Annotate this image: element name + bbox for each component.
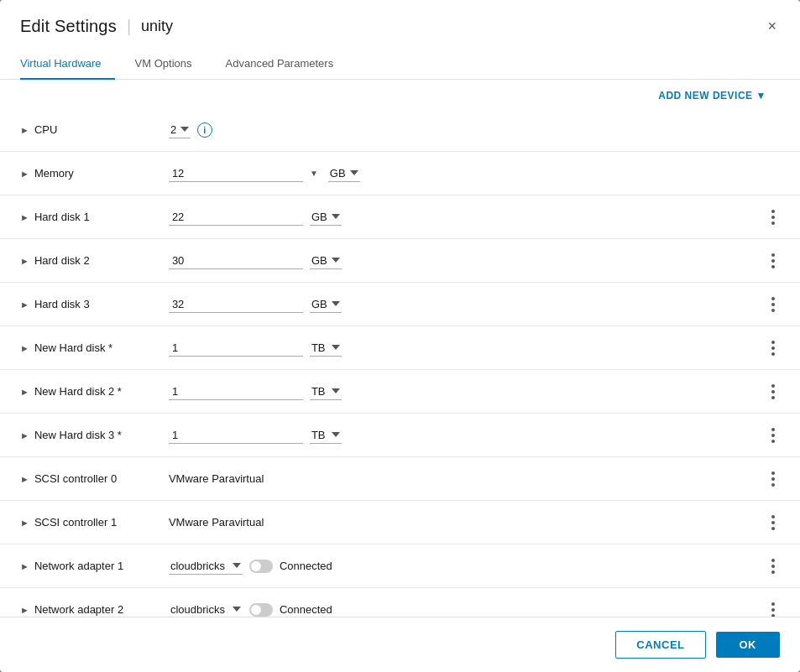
tab-advanced-parameters[interactable]: Advanced Parameters	[226, 49, 348, 80]
dot	[771, 559, 775, 562]
table-row: ► Hard disk 3 MB GB TB	[0, 283, 800, 326]
tab-vm-options[interactable]: VM Options	[135, 49, 206, 80]
dot	[771, 390, 775, 393]
new-hard-disk-2-menu-button[interactable]	[766, 381, 780, 403]
hard-disk-2-unit-select[interactable]: MB GB TB	[310, 253, 342, 269]
dot	[771, 253, 775, 257]
scsi-controller-0-menu-button[interactable]	[766, 468, 780, 490]
new-hard-disk-1-menu-button[interactable]	[766, 337, 780, 359]
new-hard-disk-3-menu-button[interactable]	[766, 425, 780, 446]
expand-icon[interactable]: ►	[20, 561, 29, 571]
dot	[771, 297, 775, 300]
table-row: ► Hard disk 2 MB GB TB	[0, 239, 800, 283]
dot	[771, 341, 775, 344]
add-new-device-button[interactable]: ADD NEW DEVICE ▼	[658, 90, 766, 102]
hard-disk-1-menu-button[interactable]	[766, 206, 780, 228]
memory-unit-select[interactable]: MB GB	[328, 165, 360, 182]
hard-disk-2-menu-button[interactable]	[766, 250, 780, 272]
hard-disk-1-input[interactable]	[169, 209, 303, 226]
network-adapter-1-connected-toggle[interactable]	[249, 560, 273, 573]
expand-icon[interactable]: ►	[20, 605, 29, 615]
ok-button[interactable]: OK	[716, 632, 781, 658]
row-label: SCSI controller 0	[34, 472, 169, 485]
dot	[771, 483, 775, 487]
dot	[771, 210, 775, 213]
tabs-bar: Virtual Hardware VM Options Advanced Par…	[0, 49, 800, 80]
row-value-area: MB GB TB	[169, 383, 766, 400]
new-hard-disk-3-unit-select[interactable]: MB GB TB	[310, 427, 342, 444]
row-label: Hard disk 1	[34, 211, 169, 223]
network-adapter-2-menu-button[interactable]	[766, 599, 780, 617]
row-value-area: MB GB TB	[169, 427, 766, 444]
hard-disk-3-input[interactable]	[169, 296, 303, 313]
info-icon[interactable]: i	[197, 122, 212, 138]
new-hard-disk-1-input[interactable]	[169, 340, 303, 357]
table-row: ► CPU 1 2 4 8 i	[0, 108, 800, 152]
dot	[771, 440, 775, 443]
table-row: ► Network adapter 2 cloudbricks Connecte…	[0, 588, 800, 617]
scsi-controller-0-value: VMware Paravirtual	[169, 472, 264, 485]
row-value-area: cloudbricks Connected	[169, 602, 766, 617]
new-hard-disk-3-input[interactable]	[169, 427, 303, 444]
expand-icon[interactable]: ►	[20, 212, 29, 222]
expand-icon[interactable]: ►	[20, 169, 29, 179]
dot	[771, 265, 775, 268]
hard-disk-2-input[interactable]	[169, 253, 303, 269]
expand-icon[interactable]: ►	[20, 474, 29, 484]
expand-icon[interactable]: ►	[20, 387, 29, 397]
row-label: New Hard disk 3 *	[34, 429, 169, 441]
row-value-area: cloudbricks Connected	[169, 558, 766, 575]
dialog-divider: |	[127, 17, 131, 36]
network-adapter-2-select[interactable]: cloudbricks	[169, 602, 243, 617]
row-label: New Hard disk 2 *	[34, 385, 169, 398]
memory-input[interactable]	[169, 165, 303, 182]
dot	[771, 221, 775, 225]
network-adapter-2-connected-toggle[interactable]	[249, 603, 273, 617]
dialog-subtitle: unity	[141, 18, 173, 35]
dot	[771, 565, 775, 568]
scsi-controller-1-menu-button[interactable]	[766, 512, 780, 534]
row-value-area: VMware Paravirtual	[169, 472, 766, 485]
expand-icon[interactable]: ►	[20, 125, 29, 135]
expand-icon[interactable]: ►	[20, 430, 29, 440]
network-adapter-1-select[interactable]: cloudbricks	[169, 558, 243, 575]
dialog-header: Edit Settings | unity ×	[0, 0, 800, 49]
table-row: ► New Hard disk 2 * MB GB TB	[0, 370, 800, 414]
hard-disk-3-menu-button[interactable]	[766, 294, 780, 315]
dot	[771, 527, 775, 530]
row-value-area: MB GB TB	[169, 253, 766, 269]
hard-disk-3-unit-select[interactable]: MB GB TB	[310, 296, 342, 313]
row-value-area: ▼ MB GB	[169, 165, 780, 182]
table-row: ► Network adapter 1 cloudbricks Connecte…	[0, 544, 800, 588]
table-row: ► SCSI controller 1 VMware Paravirtual	[0, 501, 800, 544]
hardware-table: ► CPU 1 2 4 8 i ► Memory ▼	[0, 108, 800, 617]
dot	[771, 477, 775, 481]
expand-icon[interactable]: ►	[20, 300, 29, 310]
dialog-footer: CANCEL OK	[0, 617, 800, 672]
row-value-area: 1 2 4 8 i	[169, 122, 780, 138]
expand-icon[interactable]: ►	[20, 518, 29, 528]
dot	[771, 521, 775, 524]
new-hard-disk-2-unit-select[interactable]: MB GB TB	[310, 383, 342, 400]
dot	[771, 309, 775, 312]
close-button[interactable]: ×	[764, 15, 780, 37]
content-area: ADD NEW DEVICE ▼ ► CPU 1 2 4 8 i	[0, 80, 800, 617]
row-label: Network adapter 2	[34, 603, 169, 616]
dot	[771, 471, 775, 475]
cancel-button[interactable]: CANCEL	[615, 631, 705, 659]
row-value-area: MB GB TB	[169, 209, 766, 226]
dot	[771, 434, 775, 437]
chevron-down-icon: ▼	[756, 90, 766, 102]
row-value-area: MB GB TB	[169, 296, 766, 313]
new-hard-disk-1-unit-select[interactable]: MB GB TB	[310, 340, 342, 357]
tab-virtual-hardware[interactable]: Virtual Hardware	[20, 49, 115, 80]
new-hard-disk-2-input[interactable]	[169, 383, 303, 400]
cpu-select[interactable]: 1 2 4 8	[169, 122, 191, 138]
expand-icon[interactable]: ►	[20, 343, 29, 353]
network-adapter-2-connected-label: Connected	[280, 603, 332, 616]
expand-icon[interactable]: ►	[20, 256, 29, 266]
network-adapter-1-menu-button[interactable]	[766, 555, 780, 577]
hard-disk-1-unit-select[interactable]: MB GB TB	[310, 209, 342, 226]
row-label: Hard disk 2	[34, 254, 169, 267]
dot	[771, 602, 775, 606]
